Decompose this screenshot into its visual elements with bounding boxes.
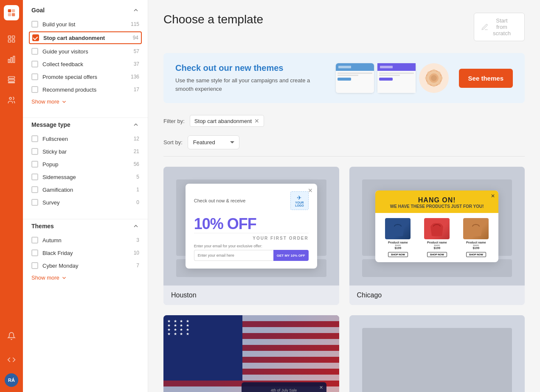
nav-dashboard-icon[interactable] — [3, 31, 20, 48]
sticky-bar-label: Sticky bar — [42, 148, 130, 155]
popup-checkbox[interactable] — [31, 161, 38, 168]
sidebar-item-collect-feedback[interactable]: Collect feedback 37 — [23, 58, 148, 70]
chicago-shop-1-button[interactable]: SHOP NOW — [388, 252, 408, 257]
sidebar-item-stop-cart[interactable]: Stop cart abandonment 94 — [29, 31, 142, 44]
main-content: Choose a template Startfromscratch Check… — [148, 0, 540, 392]
chicago-product-2: Product name $199 $199 SHOP NOW — [419, 218, 455, 257]
chicago-shop-2-button[interactable]: SHOP NOW — [427, 252, 447, 257]
autumn-count: 3 — [136, 237, 139, 243]
message-type-collapse-icon[interactable] — [132, 121, 139, 128]
chicago-product-3: Product name $199 $199 SHOP NOW — [458, 218, 494, 257]
nav-users-icon[interactable] — [3, 92, 20, 109]
themes-banner-description: Use the same style for all your campaign… — [175, 76, 326, 93]
template-card-gray[interactable] — [349, 315, 525, 392]
themes-collapse-icon[interactable] — [132, 223, 139, 230]
nav-code-icon[interactable] — [3, 351, 20, 368]
flag-stars: ★ ★ ★ ★★ ★ ★ ★★ ★ ★ ★★ ★ ★ ★ — [166, 317, 241, 380]
sort-select[interactable]: Featured Newest Most popular — [188, 135, 239, 149]
filter-tag-label: Stop cart abandonment — [194, 118, 252, 124]
template-card-chicago[interactable]: ✕ HANG ON! WE HAVE THESE PRODUCTS JUST F… — [349, 167, 525, 305]
houston-popup-subtitle: Check out now & receive — [194, 198, 246, 203]
see-themes-button[interactable]: See themes — [459, 69, 513, 88]
nav-campaigns-icon[interactable] — [3, 71, 20, 88]
sort-label: Sort by: — [163, 139, 183, 146]
recommend-label: Recommend products — [42, 87, 130, 93]
autumn-checkbox[interactable] — [31, 237, 38, 244]
black-friday-checkbox[interactable] — [31, 249, 38, 256]
sidebar-item-autumn[interactable]: Autumn 3 — [23, 234, 148, 246]
nav-avatar[interactable]: RÁ — [5, 373, 18, 387]
chicago-product-2-price: $199 — [419, 246, 455, 249]
gamification-checkbox[interactable] — [31, 186, 38, 193]
chicago-product-3-price: $199 — [458, 246, 494, 249]
svg-point-24 — [436, 71, 441, 76]
sidebar-item-guide[interactable]: Guide your visitors 57 — [23, 45, 148, 58]
chicago-header: ✕ HANG ON! WE HAVE THESE PRODUCTS JUST F… — [375, 190, 498, 213]
cyber-monday-checkbox[interactable] — [31, 262, 38, 269]
sidebar-item-fullscreen[interactable]: Fullscreen 12 — [23, 132, 148, 145]
sidebar-item-popup[interactable]: Popup 56 — [23, 158, 148, 171]
sidemessage-checkbox[interactable] — [31, 174, 38, 180]
theme-rosette-decoration — [419, 63, 449, 93]
chicago-title: HANG ON! — [382, 196, 492, 204]
svg-point-22 — [427, 71, 431, 76]
sidebar-item-cyber-monday[interactable]: Cyber Monday 7 — [23, 259, 148, 272]
guide-checkbox[interactable] — [31, 48, 38, 55]
fullscreen-count: 12 — [134, 136, 139, 142]
promote-checkbox[interactable] — [31, 73, 38, 80]
themes-banner-images — [336, 63, 449, 93]
themes-show-more[interactable]: Show more — [23, 272, 148, 283]
chicago-shop-3-button[interactable]: SHOP NOW — [466, 252, 486, 257]
template-card-flag[interactable]: ★ ★ ★ ★★ ★ ★ ★★ ★ ★ ★★ ★ ★ ★ ✕ 4th of Ju… — [163, 315, 339, 392]
survey-label: Survey — [42, 199, 133, 206]
svg-rect-5 — [12, 36, 15, 39]
stop-cart-checkbox[interactable] — [32, 34, 39, 41]
goal-show-more[interactable]: Show more — [23, 96, 148, 107]
guide-count: 57 — [134, 48, 139, 54]
houston-email-input[interactable] — [194, 250, 273, 261]
houston-input-row: GET MY 10% OFF — [194, 250, 309, 261]
chicago-product-1-name: Product name — [380, 241, 416, 244]
survey-checkbox[interactable] — [31, 199, 38, 206]
fullscreen-checkbox[interactable] — [31, 135, 38, 142]
start-from-scratch-button[interactable]: Startfromscratch — [474, 13, 525, 41]
svg-rect-8 — [8, 59, 10, 63]
sticky-bar-count: 21 — [134, 148, 139, 154]
nav-bottom: RÁ — [3, 326, 20, 387]
sticky-bar-checkbox[interactable] — [31, 148, 38, 155]
goal-collapse-icon[interactable] — [132, 7, 139, 14]
nav-analytics-icon[interactable] — [3, 51, 20, 68]
sidebar-item-survey[interactable]: Survey 0 — [23, 196, 148, 209]
sidebar-item-gamification[interactable]: Gamification 1 — [23, 183, 148, 196]
gamification-label: Gamification — [42, 187, 133, 193]
sidebar-goal-header: Goal — [23, 7, 148, 18]
nav-logo[interactable] — [4, 5, 19, 20]
nav-bell-icon[interactable] — [3, 328, 20, 344]
filter-label: Filter by: — [163, 118, 185, 124]
sidebar: Goal Build your list 115 Stop cart aband… — [23, 0, 148, 392]
recommend-count: 17 — [134, 87, 139, 92]
template-card-houston[interactable]: ✕ Check out now & receive ✈ YOURLOGO 10%… — [163, 167, 339, 305]
collect-feedback-checkbox[interactable] — [31, 61, 38, 67]
sidemessage-label: Sidemessage — [42, 174, 133, 180]
filter-tag-stop-cart: Stop cart abandonment ✕ — [190, 115, 264, 127]
nav-bar: RÁ — [0, 0, 23, 392]
flag-popup-close-icon: ✕ — [319, 385, 323, 390]
svg-rect-11 — [8, 77, 15, 78]
houston-email-row: Enter your email for your exclusive offe… — [194, 244, 309, 261]
flag-preview: ★ ★ ★ ★★ ★ ★ ★★ ★ ★ ★★ ★ ★ ★ ✕ 4th of Ju… — [163, 315, 339, 392]
sidebar-item-sticky-bar[interactable]: Sticky bar 21 — [23, 145, 148, 158]
stop-cart-label: Stop cart abandonment — [43, 35, 129, 41]
houston-close-icon: ✕ — [308, 187, 313, 194]
svg-point-19 — [432, 83, 436, 87]
houston-get-button[interactable]: GET MY 10% OFF — [273, 250, 309, 261]
sidebar-item-black-friday[interactable]: Black Friday 10 — [23, 246, 148, 259]
sidebar-item-promote[interactable]: Promote special offers 136 — [23, 70, 148, 83]
recommend-checkbox[interactable] — [31, 86, 38, 93]
sidebar-item-build-list[interactable]: Build your list 115 — [23, 18, 148, 31]
filter-tag-close-icon[interactable]: ✕ — [254, 118, 259, 124]
sidebar-item-recommend[interactable]: Recommend products 17 — [23, 83, 148, 96]
sidebar-item-sidemessage[interactable]: Sidemessage 5 — [23, 171, 148, 183]
build-list-checkbox[interactable] — [31, 21, 38, 28]
svg-point-21 — [439, 76, 443, 80]
